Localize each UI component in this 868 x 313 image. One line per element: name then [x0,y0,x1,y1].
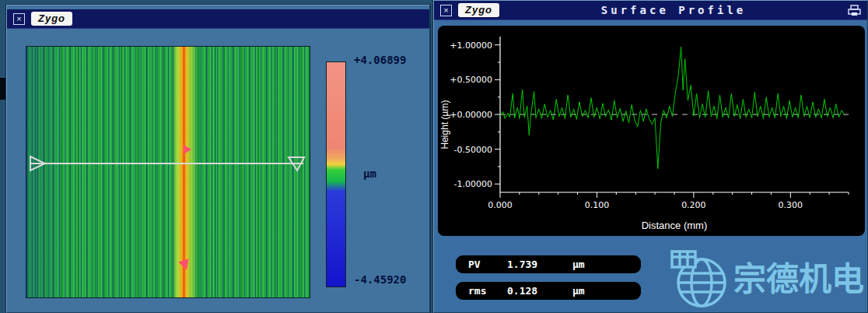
surface-map-titlebar[interactable]: × Zygo [7,9,429,29]
surface-map[interactable] [26,46,310,298]
profile-slice-line[interactable] [26,47,310,297]
colorbar-min-label: -4.45920 [354,273,406,286]
close-icon: × [16,14,21,23]
zygo-logo-button[interactable]: Zygo [458,3,499,17]
colorbar-unit-label: µm [363,167,376,180]
surface-profile-titlebar[interactable]: × Zygo Surface Profile [434,1,867,20]
pv-readout: PV 1.739 µm [456,255,641,273]
svg-text:0.000: 0.000 [488,200,513,210]
svg-text:0.100: 0.100 [585,200,610,210]
zygo-metropro-screen: × Zygo +4.06899 µm -4.45920 × Zygo Surfa… [0,0,868,313]
svg-text:-0.50000: -0.50000 [454,145,492,155]
x-axis-label: Distance (mm) [500,220,849,231]
rms-unit: µm [572,285,641,297]
svg-text:-1.00000: -1.00000 [454,179,492,189]
window-title: Surface Profile [506,4,842,16]
svg-text:+0.00000: +0.00000 [450,110,492,120]
surface-profile-window: × Zygo Surface Profile Height (µm) +1.00… [433,0,868,313]
profile-chart-panel: Height (µm) +1.00000+0.50000+0.00000-0.5… [438,26,865,236]
watermark: 宗德机电 [670,247,864,312]
svg-text:+1.00000: +1.00000 [450,40,492,51]
globe-icon [670,247,730,312]
height-colorbar [326,62,346,287]
pv-label: PV [456,258,507,270]
close-button[interactable]: × [440,5,452,16]
pv-value: 1.739 [507,258,572,270]
svg-text:0.200: 0.200 [681,200,706,210]
rms-readout: rms 0.128 µm [456,282,641,300]
rms-value: 0.128 [507,285,572,297]
print-button[interactable] [848,5,861,16]
close-icon: × [443,5,448,15]
close-button[interactable]: × [13,13,25,25]
watermark-text: 宗德机电 [733,263,864,296]
print-icon [848,5,861,16]
surface-map-window: × Zygo +4.06899 µm -4.45920 [6,5,430,313]
background-window-edge [0,78,6,100]
pv-unit: µm [572,258,641,270]
svg-text:+0.50000: +0.50000 [450,75,492,85]
svg-text:0.300: 0.300 [779,200,803,210]
y-axis-label: Height (µm) [439,100,450,149]
rms-label: rms [456,285,507,297]
profile-plot: +1.00000+0.50000+0.00000-0.50000-1.00000… [450,29,863,216]
zygo-logo-button[interactable]: Zygo [31,12,72,26]
colorbar-max-label: +4.06899 [354,54,406,66]
